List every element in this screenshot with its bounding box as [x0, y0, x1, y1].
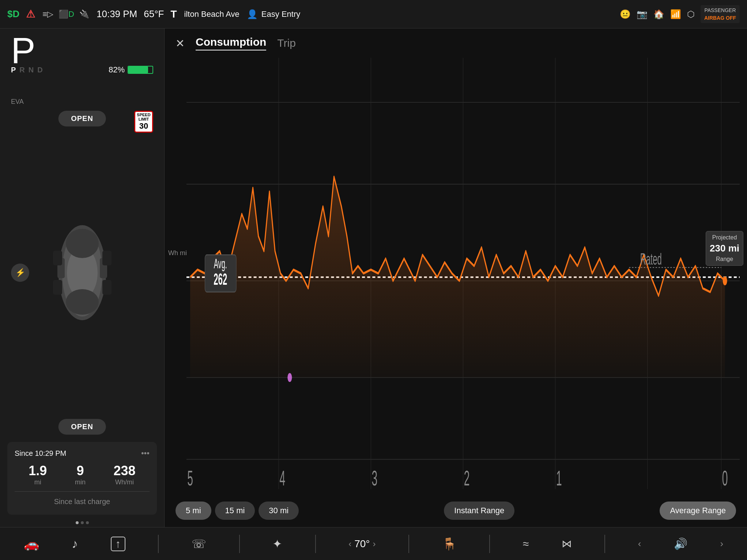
seat-icon[interactable]: 🪑 — [442, 537, 457, 551]
svg-text:4: 4 — [279, 466, 285, 489]
battery-fill — [128, 67, 148, 73]
stats-row: 1.9 mi 9 min 238 Wh/mi — [15, 463, 150, 486]
range-label: Range — [710, 255, 739, 263]
eva-label: EVA — [0, 97, 164, 107]
temp-right-chevron[interactable]: › — [373, 539, 376, 549]
tab-trip[interactable]: Trip — [277, 37, 296, 49]
y-axis-label: Wh mi — [168, 249, 187, 257]
music-icon[interactable]: ♪ — [72, 537, 78, 551]
consumption-chart: 900 600 0 -300 5 4 3 2 1 0 — [186, 58, 740, 489]
divider-2 — [239, 535, 240, 553]
vol-right-chevron[interactable]: › — [720, 538, 724, 549]
easy-entry-area[interactable]: 👤 Easy Entry — [247, 9, 300, 19]
instant-range-button[interactable]: Instant Range — [444, 502, 514, 520]
open-trunk-button[interactable]: OPEN — [58, 419, 106, 435]
left-panel: P P R N D 82% EVA OPEN SPEEDLIMIT 30 — [0, 29, 165, 527]
time-value: 9 — [75, 463, 86, 478]
volume-icon[interactable]: 🔊 — [674, 537, 687, 550]
car-status-icon: ⬛D — [59, 10, 74, 19]
svg-text:0: 0 — [722, 466, 728, 489]
defrost-front-icon[interactable]: ⋈ — [562, 538, 572, 550]
status-right-icons: 😐 📷 🏠 📶 ⬡ PASSENGER AIRBAG OFF — [620, 5, 740, 23]
projected-range-tooltip: Projected 230 mi Range — [706, 231, 743, 266]
camera-icon[interactable]: 📷 — [637, 9, 648, 19]
svg-text:3: 3 — [372, 466, 378, 489]
stats-divider — [15, 491, 150, 492]
car-icon[interactable]: 🚗 — [24, 537, 39, 551]
plug-icon: 🔌 — [79, 10, 89, 19]
divider-1 — [158, 535, 159, 553]
apps-icon[interactable]: ↑ — [111, 537, 125, 551]
passenger-airbag-status: PASSENGER AIRBAG OFF — [701, 5, 740, 23]
svg-rect-11 — [53, 280, 62, 295]
consumption-header: ✕ Consumption Trip — [165, 29, 747, 54]
range-5mi-button[interactable]: 5 mi — [176, 502, 211, 520]
fan-icon[interactable]: ✦ — [272, 537, 282, 551]
charging-indicator[interactable]: ⚡ — [11, 264, 29, 282]
person-icon: 👤 — [247, 9, 258, 19]
speed-limit-label: SPEEDLIMIT — [137, 113, 150, 121]
temperature-control: ‹ 70° › — [348, 538, 376, 550]
gear-r[interactable]: R — [19, 66, 24, 74]
temperature-value: 70° — [354, 538, 370, 550]
face-icon[interactable]: 😐 — [620, 9, 631, 19]
gear-n[interactable]: N — [29, 66, 34, 74]
temperature-display: 65°F — [144, 8, 164, 20]
gear-p[interactable]: P — [11, 66, 16, 74]
time-display: 10:39 PM — [97, 8, 137, 20]
svg-rect-10 — [102, 251, 112, 265]
stat-energy: 238 Wh/mi — [114, 463, 136, 486]
stat-time: 9 min — [75, 463, 86, 486]
gear-display: P — [11, 32, 35, 69]
close-button[interactable]: ✕ — [176, 37, 185, 50]
svg-text:5: 5 — [187, 466, 193, 489]
warning-icon: ⚠ — [26, 8, 35, 20]
tab-consumption[interactable]: Consumption — [196, 36, 266, 50]
bluetooth-icon[interactable]: ⬡ — [687, 9, 695, 19]
car-visualization: OPEN SPEEDLIMIT 30 — [0, 107, 164, 438]
right-panel: ✕ Consumption Trip Wh mi 900 — [165, 29, 747, 527]
stats-header: Since 10:29 PM ••• — [15, 449, 150, 458]
range-15mi-button[interactable]: 15 mi — [215, 502, 255, 520]
svg-rect-9 — [53, 251, 62, 265]
defrost-rear-icon[interactable]: ≈ — [523, 538, 529, 550]
svg-point-6 — [66, 289, 99, 315]
lightning-icon: ⚡ — [15, 268, 25, 277]
center-icons: ≡▷ ⬛D 🔌 — [42, 10, 89, 19]
svg-rect-12 — [102, 280, 112, 295]
stats-panel: Since 10:29 PM ••• 1.9 mi 9 min 238 Wh/m… — [7, 442, 157, 515]
phone-icon[interactable]: ☏ — [192, 537, 206, 551]
gear-d[interactable]: D — [37, 66, 42, 74]
temp-left-chevron[interactable]: ‹ — [348, 539, 351, 549]
stat-distance: 1.9 mi — [29, 463, 47, 486]
tesla-logo: T — [170, 8, 177, 20]
distance-unit: mi — [29, 478, 47, 486]
dots-indicator — [0, 518, 164, 527]
battery-percent-text: 82% — [109, 65, 125, 75]
average-range-button[interactable]: Average Range — [660, 502, 736, 520]
dot-2 — [81, 521, 84, 524]
menu-icon: ≡▷ — [42, 10, 53, 19]
energy-unit: Wh/mi — [114, 478, 136, 486]
divider-6 — [604, 535, 605, 553]
time-unit: min — [75, 478, 86, 486]
divider-5 — [489, 535, 490, 553]
range-30mi-button[interactable]: 30 mi — [259, 502, 299, 520]
svg-point-39 — [723, 276, 727, 285]
svg-text:Rated: Rated — [640, 250, 662, 268]
svg-point-38 — [287, 373, 292, 382]
easy-entry-label: Easy Entry — [261, 10, 300, 19]
battery-bar — [128, 66, 153, 74]
svg-text:Avg.: Avg. — [214, 256, 227, 271]
vol-left-chevron[interactable]: ‹ — [638, 538, 641, 549]
wifi-icon[interactable]: 📶 — [670, 9, 681, 19]
stats-menu-icon[interactable]: ••• — [141, 449, 150, 458]
time-area: 10:39 PM 65°F T — [97, 8, 177, 20]
map-street-text: ilton Beach Ave — [184, 10, 239, 19]
svg-text:2: 2 — [464, 466, 470, 489]
taskbar: 🚗 ♪ ↑ ☏ ✦ ‹ 70° › 🪑 ≈ ⋈ ‹ 🔊 › — [0, 527, 747, 560]
projected-label: Projected — [710, 234, 739, 242]
range-buttons: 5 mi 15 mi 30 mi Instant Range Average R… — [165, 496, 747, 527]
home-icon[interactable]: 🏠 — [653, 9, 664, 19]
open-frunk-button[interactable]: OPEN — [58, 111, 106, 126]
